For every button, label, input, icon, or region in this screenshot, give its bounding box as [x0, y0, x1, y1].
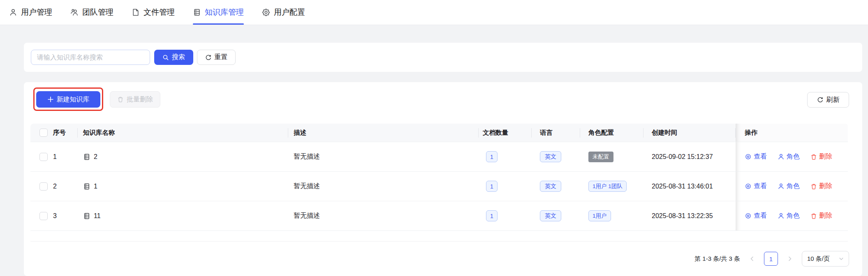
delete-link-label: 删除 — [819, 212, 832, 220]
row-checkbox[interactable] — [39, 212, 48, 220]
next-page-button[interactable] — [785, 252, 795, 266]
refresh-button[interactable]: 刷新 — [807, 92, 849, 108]
column-header-index: 序号 — [50, 124, 78, 142]
row-description: 暂无描述 — [288, 172, 479, 201]
tab-user-config[interactable]: 用户配置 — [262, 0, 305, 25]
view-link-label: 查看 — [754, 182, 767, 191]
row-checkbox[interactable] — [39, 182, 48, 191]
doc-count-badge: 1 — [486, 181, 498, 192]
search-icon — [162, 54, 169, 61]
search-input[interactable] — [31, 50, 150, 65]
search-button-label: 搜索 — [172, 53, 185, 62]
view-link-label: 查看 — [754, 152, 767, 161]
search-panel: 搜索 重置 — [24, 43, 862, 72]
column-header-created-at: 创建时间 — [643, 124, 736, 142]
role-link-label: 角色 — [787, 152, 800, 161]
batch-delete-label: 批量删除 — [127, 95, 153, 104]
search-button[interactable]: 搜索 — [154, 50, 193, 65]
chevron-right-icon — [787, 256, 793, 262]
reset-button-label: 重置 — [215, 53, 228, 62]
column-header-role-config: 角色配置 — [580, 124, 643, 142]
knowledge-base-panel: 新建知识库 批量删除 刷新 序号 知识库名称 描述 文档数量 语言 角色配置 — [24, 82, 862, 276]
role-config-badge: 1用户 — [588, 210, 611, 221]
table-row: 3 11 暂无描述 1 英文 1用户 2025-08-31 13:22:35 — [30, 201, 848, 231]
view-link[interactable]: 查看 — [745, 182, 767, 191]
knowledge-base-table: 序号 知识库名称 描述 文档数量 语言 角色配置 创建时间 操作 1 — [30, 124, 848, 242]
knowledge-base-name: 11 — [94, 212, 101, 220]
role-link-label: 角色 — [787, 182, 800, 191]
role-link[interactable]: 角色 — [778, 152, 800, 161]
knowledge-base-icon — [83, 212, 90, 220]
knowledge-base-name: 1 — [94, 183, 97, 190]
table-row: 2 1 暂无描述 1 英文 1用户 1团队 2025-08-31 13:46:0… — [30, 172, 848, 201]
chevron-down-icon — [839, 256, 844, 261]
refresh-button-label: 刷新 — [826, 96, 840, 104]
table-bottom-border — [30, 231, 848, 242]
plus-icon — [47, 96, 54, 103]
row-description: 暂无描述 — [288, 142, 479, 171]
column-header-name: 知识库名称 — [78, 124, 288, 142]
knowledge-base-name: 2 — [94, 153, 97, 161]
knowledge-base-icon — [193, 8, 201, 16]
role-link[interactable]: 角色 — [778, 182, 800, 191]
column-header-doc-count: 文档数量 — [479, 124, 532, 142]
tab-label: 文件管理 — [144, 7, 175, 18]
pagination-total: 第 1-3 条/共 3 条 — [694, 255, 740, 263]
trash-icon — [117, 96, 124, 103]
doc-count-badge: 1 — [486, 151, 498, 162]
language-badge: 英文 — [540, 210, 561, 221]
knowledge-base-icon — [83, 182, 90, 191]
row-created-at: 2025-09-02 15:12:37 — [643, 142, 736, 171]
row-created-at: 2025-08-31 13:22:35 — [643, 201, 736, 230]
column-header-description: 描述 — [288, 124, 479, 142]
create-button-label: 新建知识库 — [57, 95, 90, 104]
page-size-select[interactable]: 10 条/页 — [802, 251, 849, 267]
tab-knowledge-base-management[interactable]: 知识库管理 — [193, 0, 244, 25]
row-index: 1 — [50, 142, 78, 171]
row-index: 3 — [50, 201, 78, 230]
table-header-row: 序号 知识库名称 描述 文档数量 语言 角色配置 创建时间 操作 — [30, 124, 848, 142]
file-icon — [132, 8, 140, 16]
table-row: 1 2 暂无描述 1 英文 未配置 2025-09-02 15:12:37 — [30, 142, 848, 172]
page-number-button[interactable]: 1 — [764, 252, 778, 266]
view-link[interactable]: 查看 — [745, 152, 767, 161]
language-badge: 英文 — [540, 181, 561, 192]
page-size-value: 10 条/页 — [807, 255, 830, 263]
pagination: 第 1-3 条/共 3 条 1 10 条/页 — [694, 251, 849, 267]
row-index: 2 — [50, 172, 78, 201]
column-header-language: 语言 — [532, 124, 580, 142]
tab-label: 知识库管理 — [205, 7, 244, 18]
prev-page-button[interactable] — [747, 252, 757, 266]
select-all-checkbox[interactable] — [39, 129, 48, 137]
tab-label: 用户配置 — [274, 7, 305, 18]
knowledge-base-icon — [83, 153, 90, 161]
tab-team-management[interactable]: 团队管理 — [70, 0, 113, 25]
tab-file-management[interactable]: 文件管理 — [132, 0, 175, 25]
reset-button[interactable]: 重置 — [197, 50, 236, 65]
tab-user-management[interactable]: 用户管理 — [9, 0, 52, 25]
user-icon — [9, 8, 17, 16]
role-link[interactable]: 角色 — [778, 212, 800, 220]
row-created-at: 2025-08-31 13:46:01 — [643, 172, 736, 201]
delete-link[interactable]: 删除 — [810, 182, 832, 191]
row-checkbox[interactable] — [39, 153, 48, 161]
refresh-icon — [817, 97, 824, 103]
view-link[interactable]: 查看 — [745, 212, 767, 220]
role-link-label: 角色 — [787, 212, 800, 220]
top-tab-bar: 用户管理 团队管理 文件管理 知识库管理 — [0, 0, 868, 25]
delete-link[interactable]: 删除 — [810, 212, 832, 220]
tab-label: 用户管理 — [21, 7, 52, 18]
batch-delete-button[interactable]: 批量删除 — [110, 91, 160, 108]
create-knowledge-base-button[interactable]: 新建知识库 — [36, 91, 100, 108]
tab-label: 团队管理 — [82, 7, 113, 18]
delete-link[interactable]: 删除 — [810, 152, 832, 161]
view-link-label: 查看 — [754, 212, 767, 220]
role-config-badge: 1用户 1团队 — [588, 181, 627, 192]
gear-icon — [262, 8, 270, 16]
language-badge: 英文 — [540, 151, 561, 162]
delete-link-label: 删除 — [819, 182, 832, 191]
chevron-left-icon — [749, 256, 755, 262]
doc-count-badge: 1 — [486, 210, 498, 221]
role-config-badge: 未配置 — [588, 152, 613, 162]
row-description: 暂无描述 — [288, 201, 479, 230]
